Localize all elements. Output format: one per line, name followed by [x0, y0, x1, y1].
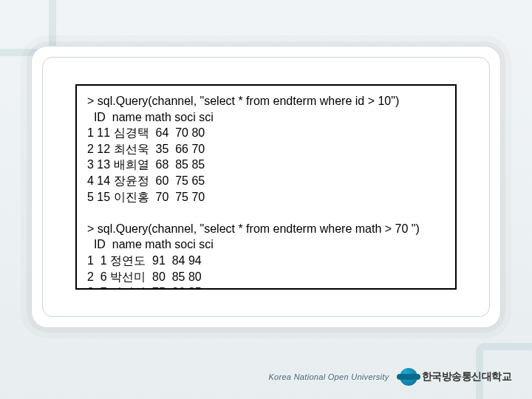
query-prompt: > sql.Query(channel, "select * from endt… — [87, 222, 420, 235]
table-row: 4 14 장윤정 60 75 65 — [87, 174, 205, 187]
slide-inner-frame: > sql.Query(channel, "select * from endt… — [42, 57, 490, 317]
table-header: ID name math soci sci — [87, 238, 214, 250]
table-row: 1 1 정연도 91 84 94 — [87, 254, 202, 267]
logo-icon — [400, 368, 417, 386]
table-row: 3 7 이민영 75 86 85 — [87, 286, 202, 290]
table-header: ID name math soci sci — [87, 111, 214, 123]
table-row: 2 12 최선욱 35 66 70 — [87, 143, 205, 155]
table-row: 1 11 심경택 64 70 80 — [87, 126, 205, 139]
code-output-box: > sql.Query(channel, "select * from endt… — [75, 84, 457, 290]
logo-text: 한국방송통신대학교 — [422, 370, 512, 383]
slide-frame: > sql.Query(channel, "select * from endt… — [31, 46, 501, 328]
university-logo: 한국방송통신대학교 — [400, 368, 512, 386]
footer-script-text: Korea National Open University — [268, 372, 389, 381]
query-prompt: > sql.Query(channel, "select * from endt… — [87, 95, 399, 107]
table-row: 2 6 박선미 80 85 80 — [87, 270, 202, 283]
footer-branding: Korea National Open University 한국방송통신대학교 — [268, 368, 511, 386]
table-row: 5 15 이진홍 70 75 70 — [87, 191, 205, 203]
table-row: 3 13 배희열 68 85 85 — [87, 158, 205, 171]
